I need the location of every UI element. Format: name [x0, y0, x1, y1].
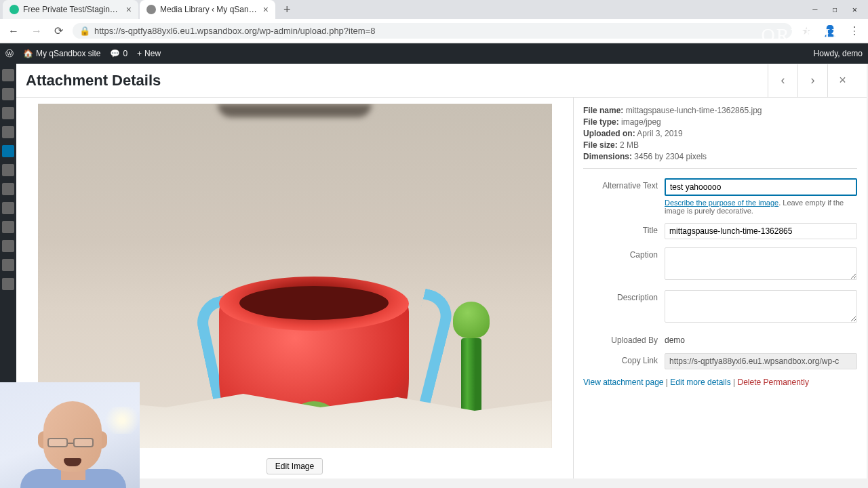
url-text: https://s-qptfya88yxl6.eu1.wpsandbox.org…: [94, 26, 375, 36]
forward-button[interactable]: →: [28, 24, 45, 39]
webcam-overlay: [0, 382, 140, 488]
alt-help-text: Describe the purpose of the image. Leave…: [665, 199, 857, 215]
sidebar-item[interactable]: [2, 164, 14, 176]
edit-details-link[interactable]: Edit more details: [670, 378, 730, 387]
minimize-button[interactable]: —: [812, 5, 817, 14]
sidebar-item[interactable]: [2, 259, 14, 271]
sidebar-item[interactable]: [2, 202, 14, 214]
tab-bar: Free Private Test/Staging WordP × Media …: [0, 0, 868, 19]
info-filetype: File type: image/jpeg: [583, 117, 857, 127]
caption-label: Caption: [583, 247, 665, 282]
title-label: Title: [583, 223, 665, 239]
address-bar: ← → ⟳ 🔒 https://s-qptfya88yxl6.eu1.wpsan…: [0, 19, 868, 43]
alt-text-label: Alternative Text: [583, 178, 665, 215]
back-button[interactable]: ←: [5, 24, 22, 39]
uploaded-by-label: Uploaded By: [583, 333, 665, 345]
close-window-button[interactable]: ✕: [852, 5, 857, 14]
info-uploaded-on: Uploaded on: April 3, 2019: [583, 129, 857, 138]
browser-tab[interactable]: Free Private Test/Staging WordP ×: [3, 0, 138, 19]
sidebar-item[interactable]: [2, 126, 14, 138]
info-dimensions: Dimensions: 3456 by 2304 pixels: [583, 152, 857, 161]
wp-admin-bar: ⓦ 🏠 My qSandbox site 💬 0 + New Howdy, de…: [0, 43, 868, 64]
close-icon[interactable]: ×: [263, 4, 269, 15]
site-link[interactable]: 🏠 My qSandbox site: [23, 49, 100, 58]
delete-permanently-link[interactable]: Delete Permanently: [738, 378, 809, 387]
sidebar-item[interactable]: [2, 221, 14, 233]
new-tab-button[interactable]: +: [277, 1, 298, 18]
next-button[interactable]: ›: [797, 64, 827, 97]
wp-logo-icon[interactable]: ⓦ: [5, 48, 14, 60]
sidebar-item[interactable]: [2, 240, 14, 252]
sidebar-item[interactable]: [2, 183, 14, 195]
sidebar-item[interactable]: [2, 88, 14, 100]
view-attachment-link[interactable]: View attachment page: [583, 378, 664, 387]
caption-input[interactable]: [665, 247, 857, 280]
info-filename: File name: mittagspause-lunch-time-13628…: [583, 106, 857, 115]
tab-title: Free Private Test/Staging WordP: [23, 5, 122, 14]
maximize-button[interactable]: ☐: [833, 5, 837, 14]
edit-image-button[interactable]: Edit Image: [267, 458, 323, 474]
new-content-link[interactable]: + New: [137, 49, 161, 58]
attachment-modal: Attachment Details ‹ › ×: [16, 64, 867, 479]
copy-link-input[interactable]: [665, 353, 857, 369]
info-filesize: File size: 2 MB: [583, 140, 857, 150]
lock-icon: 🔒: [79, 26, 90, 36]
url-input[interactable]: 🔒 https://s-qptfya88yxl6.eu1.wpsandbox.o…: [73, 23, 792, 39]
copy-link-label: Copy Link: [583, 353, 665, 369]
favicon-icon: [146, 5, 156, 14]
sidebar-item-media[interactable]: [2, 145, 14, 157]
sidebar-item[interactable]: [2, 107, 14, 119]
title-input[interactable]: [665, 223, 857, 239]
description-label: Description: [583, 290, 665, 325]
tab-title: Media Library ‹ My qSandbox sit: [160, 5, 259, 14]
alt-text-input[interactable]: [665, 178, 857, 196]
uploaded-by-value: demo: [665, 333, 857, 345]
reload-button[interactable]: ⟳: [52, 23, 66, 39]
action-links: View attachment page | Edit more details…: [583, 378, 857, 387]
alt-help-link[interactable]: Describe the purpose of the image: [665, 199, 778, 207]
sidebar-item[interactable]: [2, 69, 14, 81]
close-modal-button[interactable]: ×: [827, 64, 857, 97]
howdy-user[interactable]: Howdy, demo: [814, 49, 863, 58]
modal-title: Attachment Details: [26, 72, 161, 89]
comments-link[interactable]: 💬 0: [110, 49, 127, 58]
close-icon[interactable]: ×: [126, 4, 132, 15]
brand-watermark: ORBISIUS: [761, 24, 859, 46]
sidebar-item[interactable]: [2, 278, 14, 290]
description-input[interactable]: [665, 290, 857, 323]
browser-tab[interactable]: Media Library ‹ My qSandbox sit ×: [140, 0, 275, 19]
favicon-icon: [9, 5, 19, 14]
prev-button[interactable]: ‹: [768, 64, 797, 97]
